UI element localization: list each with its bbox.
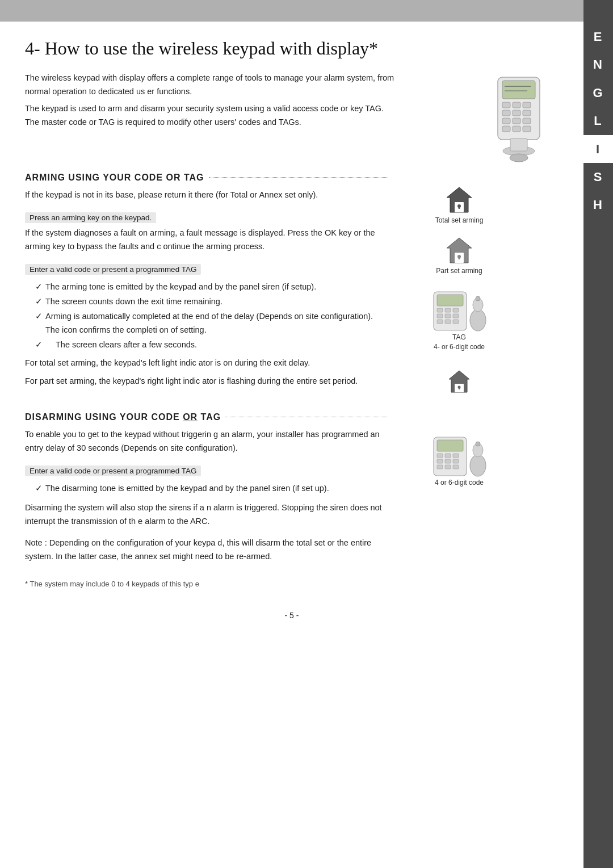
tag-svg (433, 291, 486, 332)
disarming-bullets: The disarming tone is emitted by the key… (35, 482, 388, 496)
footnote: * The system may include 0 to 4 keypads … (25, 580, 388, 588)
page-title: 4- How to use the wireless keypad with d… (25, 37, 559, 59)
section2-heading: DISARMING USING YOUR CODE OR TAG (25, 412, 221, 422)
section2-layout: DISARMING USING YOUR CODE OR TAG To enab… (25, 402, 559, 588)
keypad-svg (488, 72, 550, 162)
svg-point-58 (476, 442, 480, 446)
total-set-arming-icon (444, 185, 474, 215)
sidebar-letter-h: H (583, 191, 613, 219)
tag-sublabel: 4- or 6-digit code (434, 343, 485, 351)
svg-rect-26 (459, 257, 460, 259)
sidebar-letter-i-active: I (583, 135, 613, 163)
arming-bullets: The arming tone is emitted by the keypad… (35, 280, 388, 352)
svg-rect-7 (502, 110, 510, 116)
section2-heading-row: DISARMING USING YOUR CODE OR TAG (25, 412, 388, 422)
svg-rect-50 (437, 459, 443, 463)
tag-label: TAG (452, 333, 466, 341)
sidebar-letter-n: N (583, 51, 613, 78)
bullet1: The arming tone is emitted by the keypad… (35, 280, 388, 294)
step2-label: Enter a valid code or present a programm… (25, 264, 201, 275)
svg-rect-11 (513, 118, 520, 124)
digit-code-label: 4 or 6-digit code (435, 479, 484, 487)
step1-body: If the system diagnoses a fault on armin… (25, 227, 388, 254)
svg-point-18 (510, 154, 528, 162)
bullet3b: The screen clears after a few seconds. (35, 338, 388, 352)
svg-rect-32 (437, 314, 443, 318)
svg-rect-1 (502, 81, 535, 99)
svg-rect-4 (502, 102, 510, 108)
step1-label: Press an arming key on the keypad. (25, 212, 156, 223)
svg-rect-34 (453, 314, 459, 318)
intro-p1: The wireless keypad with display offers … (25, 72, 400, 99)
total-set-arming-block: Total set arming (435, 185, 484, 224)
svg-rect-53 (437, 465, 443, 469)
section1-heading: ARMING USING YOUR CODE OR TAG (25, 173, 204, 183)
disarming-intro: To enable you to get to the keypad witho… (25, 428, 388, 455)
sidebar-letter-e: E (583, 23, 613, 51)
arming-note1: For total set arming, the keypad's left … (25, 357, 388, 370)
bullet3: Arming is automatically completed at the… (35, 310, 388, 337)
intro-row: The wireless keypad with display offers … (25, 72, 559, 162)
step3-label: Enter a valid code or present a programm… (25, 466, 201, 476)
svg-rect-54 (445, 465, 451, 469)
section1-heading-row: ARMING USING YOUR CODE OR TAG (25, 173, 388, 183)
intro-p2: The keypad is used to arm and disarm you… (25, 102, 400, 129)
part-set-arming-label: Part set arming (436, 267, 482, 275)
disarm-tag-svg (433, 436, 486, 477)
svg-rect-8 (513, 110, 520, 116)
disarm-tag-block: 4 or 6-digit code (433, 436, 486, 487)
svg-rect-30 (445, 308, 451, 312)
sidebar-letter-l: L (583, 107, 613, 135)
svg-rect-12 (523, 118, 531, 124)
part-set-arming-icon (444, 236, 474, 265)
svg-rect-17 (510, 139, 527, 151)
main-content: 4- How to use the wireless keypad with d… (0, 22, 583, 643)
svg-rect-5 (513, 102, 520, 108)
sidebar-letter-s: S (583, 163, 613, 191)
svg-rect-44 (459, 387, 460, 389)
section1-layout: ARMING USING YOUR CODE OR TAG If the key… (25, 162, 559, 402)
svg-rect-13 (502, 126, 510, 132)
svg-rect-10 (502, 118, 510, 124)
sidebar-letter-g: G (583, 79, 613, 107)
part-period-icon-block (447, 369, 472, 394)
disarm-bullet1: The disarming tone is emitted by the key… (35, 482, 388, 496)
svg-rect-37 (453, 320, 459, 324)
intro-device-image (479, 72, 559, 162)
svg-rect-55 (453, 465, 459, 469)
section2-dots (225, 417, 388, 417)
arming-note2: For part set arming, the keypad's right … (25, 375, 388, 388)
part-set-arming-block: Part set arming (436, 236, 482, 275)
total-set-arming-label: Total set arming (435, 216, 484, 224)
svg-rect-47 (437, 454, 443, 458)
svg-rect-22 (458, 206, 460, 209)
section1-text: ARMING USING YOUR CODE OR TAG If the key… (25, 162, 400, 402)
svg-point-38 (470, 309, 486, 331)
svg-rect-35 (437, 320, 443, 324)
section2-text: DISARMING USING YOUR CODE OR TAG To enab… (25, 402, 400, 588)
svg-rect-52 (453, 459, 459, 463)
section2-images: 4 or 6-digit code (400, 402, 519, 588)
section1-images: Total set arming Part set arming (400, 162, 519, 402)
page-number: - 5 - (25, 611, 559, 620)
svg-rect-31 (453, 308, 459, 312)
sidebar: E N G L I S H (583, 0, 613, 868)
svg-rect-33 (445, 314, 451, 318)
intro-text-block: The wireless keypad with display offers … (25, 72, 479, 162)
svg-rect-51 (445, 459, 451, 463)
svg-rect-9 (523, 110, 531, 116)
top-bar (0, 0, 613, 22)
svg-rect-46 (437, 440, 463, 451)
svg-rect-49 (453, 454, 459, 458)
svg-rect-48 (445, 454, 451, 458)
disarming-note1: Disarming the system will also stop the … (25, 501, 388, 529)
section1-dots (209, 177, 388, 178)
svg-rect-36 (445, 320, 451, 324)
part-period-icon (447, 369, 472, 394)
bullet2: The screen counts down the exit time rem… (35, 295, 388, 309)
svg-rect-15 (523, 126, 531, 132)
svg-rect-29 (437, 308, 443, 312)
svg-point-56 (470, 455, 486, 476)
tag-image-block: TAG 4- or 6-digit code (433, 291, 486, 351)
svg-point-40 (476, 296, 480, 301)
